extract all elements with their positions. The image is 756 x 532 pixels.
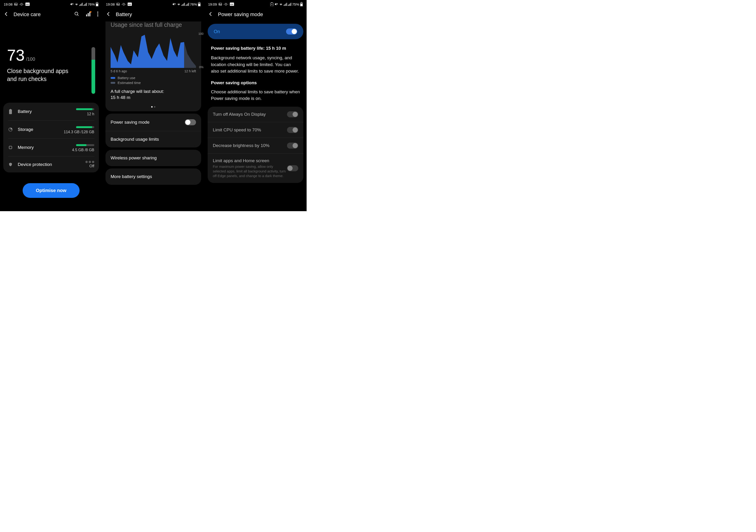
svg-rect-12 <box>85 4 86 6</box>
protection-label: Device protection <box>18 162 59 167</box>
svg-rect-47 <box>187 4 187 6</box>
svg-rect-42 <box>181 5 182 6</box>
svg-rect-21 <box>89 12 90 16</box>
signal-icon <box>181 3 185 6</box>
svg-point-17 <box>75 12 78 15</box>
svg-rect-13 <box>86 3 87 6</box>
svg-rect-46 <box>186 5 186 6</box>
svg-rect-64 <box>285 4 286 6</box>
svg-rect-58 <box>271 2 272 3</box>
page-indicator <box>111 106 196 108</box>
storage-row-icon <box>8 127 13 132</box>
on-label: On <box>214 29 286 34</box>
device-stats-card: Battery 12 h Storage 114.3 GB /128 GB Me… <box>3 103 99 173</box>
mute-icon <box>172 2 176 6</box>
svg-rect-27 <box>9 146 12 148</box>
page-title: Power saving mode <box>218 12 303 17</box>
svg-rect-20 <box>88 13 89 16</box>
battery-value: 12 h <box>64 112 94 116</box>
score-section: 73 /100 Close background apps and run ch… <box>0 21 102 101</box>
y-top-label: 100 <box>198 32 203 36</box>
signal2-icon <box>84 3 87 6</box>
power-saving-status-icon: + <box>270 2 274 6</box>
status-time: 19:08 <box>106 2 115 6</box>
overflow-menu-icon[interactable] <box>97 12 98 17</box>
header: Battery <box>102 8 204 21</box>
status-bar: 19:08 ·⊙· CC 76% <box>102 0 204 8</box>
brightness-toggle[interactable] <box>287 143 298 148</box>
mute-icon <box>70 2 74 6</box>
info-desc: Background network usage, syncing, and l… <box>211 55 300 75</box>
signal-icon <box>79 3 83 6</box>
battery-label: Battery <box>18 109 59 114</box>
image-icon <box>218 2 222 6</box>
svg-rect-72 <box>301 4 302 6</box>
psm-toggle[interactable] <box>185 119 196 125</box>
battery-bar <box>76 108 94 110</box>
master-toggle-bar[interactable]: On <box>208 24 303 39</box>
more-battery-card: More battery settings <box>105 169 201 185</box>
stats-icon[interactable] <box>86 12 91 17</box>
cc-icon: CC <box>230 3 234 6</box>
usage-card[interactable]: Usage since last full charge 100 0% 5 d … <box>105 21 201 111</box>
back-icon[interactable] <box>4 12 9 17</box>
limit-apps-row[interactable]: Limit apps and Home screen For maximum p… <box>208 153 303 183</box>
battery-row[interactable]: Battery 12 h <box>8 103 94 120</box>
battery-life-label: Power saving battery life: 15 h 10 m <box>211 46 300 51</box>
status-time: 19:08 <box>4 2 13 6</box>
storage-row[interactable]: Storage 114.3 GB /128 GB <box>8 120 94 139</box>
limit-apps-toggle[interactable] <box>287 165 298 171</box>
power-saving-mode-row[interactable]: Power saving mode <box>105 114 201 131</box>
status-battery-pct: 76% <box>190 2 197 6</box>
legend-battery: Battery use <box>118 76 135 80</box>
full-charge-value: 15 h 48 m <box>111 95 196 100</box>
search-icon[interactable] <box>74 12 79 17</box>
status-bar: 19:08 ·⊙· CC 76% <box>0 0 102 8</box>
svg-rect-43 <box>182 4 183 6</box>
more-label: More battery settings <box>111 174 196 179</box>
memory-label: Memory <box>18 145 59 150</box>
protection-dots <box>64 161 94 163</box>
brightness-row[interactable]: Decrease brightness by 10% <box>208 138 303 153</box>
cpu-row[interactable]: Limit CPU speed to 70% <box>208 122 303 138</box>
status-battery-pct: 75% <box>292 2 299 6</box>
wifi-icon <box>279 2 283 6</box>
background-usage-row[interactable]: Background usage limits <box>105 131 201 147</box>
aod-toggle[interactable] <box>287 111 298 118</box>
svg-text:CC: CC <box>26 3 29 6</box>
svg-rect-62 <box>284 5 284 6</box>
bg-label: Background usage limits <box>111 137 196 142</box>
options-section-title: Power saving options <box>211 80 300 85</box>
svg-text:CC: CC <box>128 3 131 6</box>
svg-point-24 <box>97 15 98 16</box>
svg-rect-63 <box>285 4 285 6</box>
aod-label: Turn off Always On Display <box>213 112 287 117</box>
battery-icon <box>198 2 201 6</box>
status-bar: 19:09 ·⊙· CC + 75% <box>204 0 307 8</box>
back-icon[interactable] <box>208 12 213 17</box>
svg-rect-48 <box>188 4 188 6</box>
svg-rect-68 <box>290 4 290 6</box>
aod-row[interactable]: Turn off Always On Display <box>208 107 303 122</box>
svg-rect-25 <box>10 109 11 109</box>
score-value: 73 <box>7 47 25 63</box>
memory-row[interactable]: Memory 4.5 GB /8 GB <box>8 139 94 157</box>
header: Device care <box>0 8 102 21</box>
cpu-toggle[interactable] <box>287 127 298 133</box>
score-description: Close background apps and run checks <box>7 67 77 83</box>
master-toggle[interactable] <box>286 28 297 35</box>
protection-row[interactable]: Device protection Off <box>8 157 94 173</box>
brightness-label: Decrease brightness by 10% <box>213 143 287 148</box>
options-section-desc: Choose additional limits to save battery… <box>211 89 300 102</box>
limit-apps-sub: For maximum power saving, allow only sel… <box>213 164 287 178</box>
svg-rect-11 <box>85 4 85 6</box>
battery-screen: 19:08 ·⊙· CC 76% Battery Usage since las… <box>102 0 204 211</box>
svg-text:+: + <box>271 3 273 6</box>
wireless-power-row[interactable]: Wireless power sharing <box>105 150 201 166</box>
wifi-icon <box>177 2 180 6</box>
storage-value: 114.3 GB /128 GB <box>64 130 94 134</box>
optimise-button[interactable]: Optimise now <box>23 183 79 198</box>
more-battery-row[interactable]: More battery settings <box>105 169 201 185</box>
back-icon[interactable] <box>106 12 111 17</box>
x-start-label: 5 d 6 h ago <box>111 69 127 73</box>
